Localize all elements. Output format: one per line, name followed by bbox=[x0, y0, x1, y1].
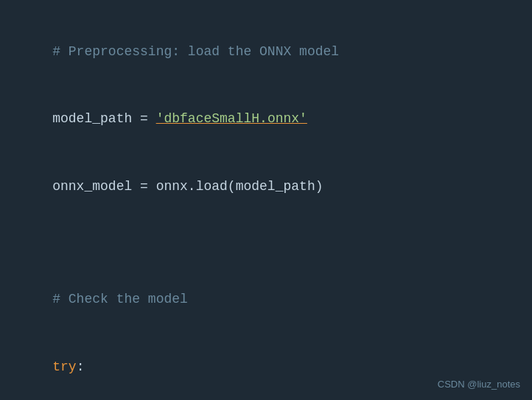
code-text: onnx_model = onnx.load(model_path) bbox=[52, 179, 323, 194]
blank-line-2 bbox=[21, 243, 511, 266]
code-line-1: # Preprocessing: load the ONNX model bbox=[21, 18, 511, 85]
string-value: 'dbfaceSmallH.onnx' bbox=[156, 111, 307, 126]
code-text: : bbox=[77, 359, 85, 374]
comment-1: # Preprocessing: load the ONNX model bbox=[52, 44, 339, 59]
code-line-2: model_path = 'dbfaceSmallH.onnx' bbox=[21, 85, 511, 153]
code-line-4: # Check the model bbox=[21, 266, 511, 334]
blank-line-1 bbox=[21, 220, 511, 243]
watermark: CSDN @liuz_notes bbox=[438, 377, 520, 393]
keyword-try: try bbox=[52, 359, 76, 374]
code-text: model_path = bbox=[52, 111, 155, 126]
comment-2: # Check the model bbox=[52, 292, 188, 306]
code-line-3: onnx_model = onnx.load(model_path) bbox=[21, 153, 511, 221]
code-editor: # Preprocessing: load the ONNX model mod… bbox=[0, 0, 532, 400]
